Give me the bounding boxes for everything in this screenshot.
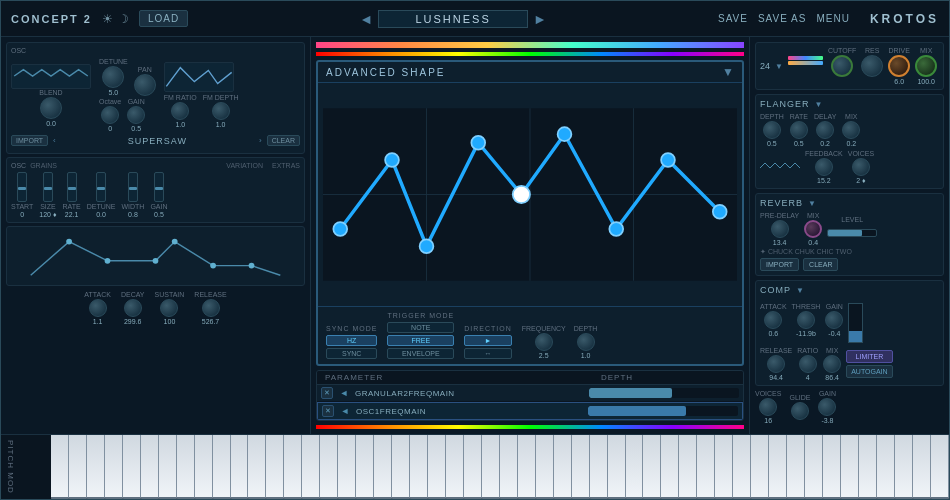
piano-key-white[interactable] bbox=[284, 435, 302, 499]
piano-key-white[interactable] bbox=[464, 435, 482, 499]
detune2-slider[interactable] bbox=[96, 172, 106, 202]
comp-gain-knob[interactable] bbox=[825, 311, 843, 329]
fm-ratio-knob[interactable] bbox=[171, 102, 189, 120]
hz-button[interactable]: HZ bbox=[326, 335, 377, 346]
depth-knob[interactable] bbox=[577, 333, 595, 351]
piano-key-white[interactable] bbox=[500, 435, 518, 499]
detune-knob[interactable] bbox=[102, 66, 124, 88]
piano-key-white[interactable] bbox=[392, 435, 410, 499]
piano-key-white[interactable] bbox=[482, 435, 500, 499]
clear-osc-button[interactable]: CLEAR bbox=[267, 135, 300, 146]
envelope-button[interactable]: ENVELOPE bbox=[387, 348, 454, 359]
param-arrow-1-button[interactable]: ◄ bbox=[338, 387, 350, 399]
comp-mix-knob[interactable] bbox=[823, 355, 841, 373]
reverb-level-slider[interactable] bbox=[827, 229, 877, 237]
param-arrow-2-button[interactable]: ◄ bbox=[339, 405, 351, 417]
piano-key-white[interactable] bbox=[446, 435, 464, 499]
piano-key-white[interactable] bbox=[410, 435, 428, 499]
feedback-knob[interactable] bbox=[815, 158, 833, 176]
piano-key-white[interactable] bbox=[913, 435, 931, 499]
piano-key-white[interactable] bbox=[805, 435, 823, 499]
menu-button[interactable]: MENU bbox=[816, 13, 849, 24]
octave-knob[interactable] bbox=[101, 106, 119, 124]
drive-knob[interactable] bbox=[888, 55, 910, 77]
piano-key-white[interactable] bbox=[195, 435, 213, 499]
piano-key-white[interactable] bbox=[338, 435, 356, 499]
piano-key-white[interactable] bbox=[608, 435, 626, 499]
decay-knob[interactable] bbox=[124, 299, 142, 317]
piano-key-white[interactable] bbox=[787, 435, 805, 499]
advanced-shape-arrow[interactable]: ▼ bbox=[722, 65, 734, 79]
next-preset-button[interactable]: ► bbox=[533, 11, 547, 27]
blend-knob[interactable] bbox=[40, 97, 62, 119]
piano-key-white[interactable] bbox=[931, 435, 949, 499]
comp-release-knob[interactable] bbox=[767, 355, 785, 373]
res-knob[interactable] bbox=[861, 55, 883, 77]
piano-key-white[interactable] bbox=[679, 435, 697, 499]
voices-bottom-knob[interactable] bbox=[759, 398, 777, 416]
piano-key-white[interactable] bbox=[751, 435, 769, 499]
reverb-predelay-knob[interactable] bbox=[771, 220, 789, 238]
piano-key-white[interactable] bbox=[320, 435, 338, 499]
piano-key-white[interactable] bbox=[895, 435, 913, 499]
piano-key-white[interactable] bbox=[536, 435, 554, 499]
piano-key-white[interactable] bbox=[841, 435, 859, 499]
size-slider[interactable] bbox=[43, 172, 53, 202]
glide-knob[interactable] bbox=[791, 402, 809, 420]
piano-key-white[interactable] bbox=[769, 435, 787, 499]
comp-ratio-knob[interactable] bbox=[799, 355, 817, 373]
piano-key-white[interactable] bbox=[643, 435, 661, 499]
sync-button[interactable]: SYNC bbox=[326, 348, 377, 359]
fm-depth-knob[interactable] bbox=[212, 102, 230, 120]
attack-knob[interactable] bbox=[89, 299, 107, 317]
piano-key-white[interactable] bbox=[213, 435, 231, 499]
piano-key-white[interactable] bbox=[69, 435, 87, 499]
free-button[interactable]: FREE bbox=[387, 335, 454, 346]
autogain-button[interactable]: AUTOGAIN bbox=[846, 365, 892, 378]
width-slider[interactable] bbox=[128, 172, 138, 202]
piano-key-white[interactable] bbox=[51, 435, 69, 499]
piano-key-white[interactable] bbox=[859, 435, 877, 499]
gain-bottom-knob[interactable] bbox=[818, 398, 836, 416]
rate-slider[interactable] bbox=[67, 172, 77, 202]
piano-key-white[interactable] bbox=[177, 435, 195, 499]
import-osc-button[interactable]: IMPORT bbox=[11, 135, 48, 146]
piano-key-white[interactable] bbox=[105, 435, 123, 499]
reverb-mix-knob[interactable] bbox=[804, 220, 822, 238]
flanger-delay-knob[interactable] bbox=[816, 121, 834, 139]
limiter-button[interactable]: LIMITER bbox=[846, 350, 892, 363]
voices-knob[interactable] bbox=[852, 158, 870, 176]
piano-key-white[interactable] bbox=[572, 435, 590, 499]
piano-key-white[interactable] bbox=[715, 435, 733, 499]
piano-key-white[interactable] bbox=[626, 435, 644, 499]
piano-key-white[interactable] bbox=[159, 435, 177, 499]
piano-key-white[interactable] bbox=[877, 435, 895, 499]
comp-attack-knob[interactable] bbox=[764, 311, 782, 329]
piano-key-white[interactable] bbox=[428, 435, 446, 499]
sun-icon[interactable]: ☀ bbox=[102, 12, 113, 26]
piano-key-white[interactable] bbox=[87, 435, 105, 499]
piano-key-white[interactable] bbox=[374, 435, 392, 499]
load-button[interactable]: LOAD bbox=[139, 10, 188, 27]
sustain-knob[interactable] bbox=[160, 299, 178, 317]
param-remove-1-button[interactable]: ✕ bbox=[321, 387, 333, 399]
piano-key-white[interactable] bbox=[266, 435, 284, 499]
piano-key-white[interactable] bbox=[661, 435, 679, 499]
frequency-knob[interactable] bbox=[535, 333, 553, 351]
reverb-clear-button[interactable]: CLEAR bbox=[803, 258, 838, 271]
piano-key-white[interactable] bbox=[697, 435, 715, 499]
mix-filter-knob[interactable] bbox=[915, 55, 937, 77]
reverb-import-button[interactable]: IMPORT bbox=[760, 258, 799, 271]
cutoff-knob[interactable] bbox=[831, 55, 853, 77]
moon-icon[interactable]: ☽ bbox=[118, 12, 129, 26]
save-as-button[interactable]: SAVE AS bbox=[758, 13, 807, 24]
piano-key-white[interactable] bbox=[823, 435, 841, 499]
start-slider[interactable] bbox=[17, 172, 27, 202]
gain1-knob[interactable] bbox=[127, 106, 145, 124]
comp-thresh-knob[interactable] bbox=[797, 311, 815, 329]
piano-key-white[interactable] bbox=[231, 435, 249, 499]
pingpong-button[interactable]: ↔ bbox=[464, 348, 512, 359]
piano-key-white[interactable] bbox=[733, 435, 751, 499]
gain2-slider[interactable] bbox=[154, 172, 164, 202]
save-button[interactable]: SAVE bbox=[718, 13, 748, 24]
